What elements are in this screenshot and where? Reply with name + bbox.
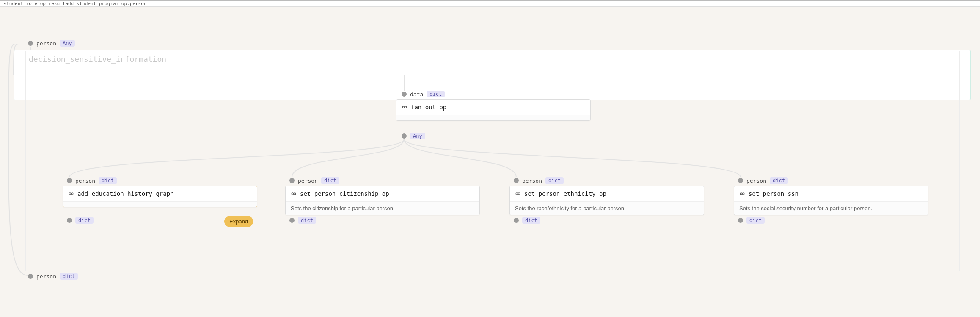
node-body: Sets the social security number for a pa… [734, 202, 928, 215]
input-port-person[interactable]: person dict [514, 177, 564, 184]
node-title: add_education_history_graph [77, 190, 174, 197]
node-set-person-ssn[interactable]: set_person_ssn Sets the social security … [734, 186, 928, 215]
type-chip-dict: dict [298, 217, 316, 224]
svg-point-4 [71, 193, 73, 195]
port-label: person [75, 178, 95, 184]
svg-point-3 [69, 193, 71, 195]
port-label: person [522, 178, 542, 184]
port-dot-icon [402, 133, 407, 139]
node-title: fan_out_op [411, 104, 446, 111]
output-port-dict[interactable]: dict [67, 217, 94, 224]
output-port-dict[interactable]: dict [289, 217, 316, 224]
input-port-person[interactable]: person Any [28, 40, 75, 47]
port-label: person [298, 178, 318, 184]
node-set-person-ethnicity-op[interactable]: set_person_ethnicity_op Sets the race/et… [509, 186, 704, 215]
node-body [396, 115, 590, 120]
svg-point-0 [402, 106, 404, 108]
output-port-dict[interactable]: dict [738, 217, 765, 224]
input-port-data[interactable]: data dict [402, 91, 445, 97]
type-chip-dict: dict [427, 91, 445, 97]
type-chip-dict: dict [746, 217, 765, 224]
port-label: person [36, 273, 56, 280]
port-label: data [410, 91, 423, 97]
type-chip-any: Any [60, 40, 75, 47]
port-dot-icon [738, 218, 743, 223]
svg-point-6 [292, 193, 293, 195]
node-title: set_person_ethnicity_op [524, 190, 606, 197]
type-chip-dict: dict [770, 177, 788, 184]
port-label: person [746, 178, 766, 184]
breadcrumb-text: _student_role_op:resultadd_student_progr… [1, 1, 146, 6]
graph-op-icon [291, 191, 297, 197]
port-dot-icon [514, 178, 519, 183]
expand-button[interactable]: Expand [224, 216, 253, 227]
node-header: fan_out_op [396, 100, 590, 115]
svg-point-1 [405, 106, 406, 108]
port-dot-icon [738, 178, 743, 183]
group-box-inner [25, 51, 960, 271]
svg-point-7 [294, 193, 295, 195]
output-port-any[interactable]: Any [402, 133, 425, 139]
svg-point-12 [740, 193, 742, 195]
port-dot-icon [402, 92, 407, 97]
node-body: Sets the citizenship for a particular pe… [286, 202, 479, 215]
node-set-person-citizenship-op[interactable]: set_person_citizenship_op Sets the citiz… [285, 186, 480, 215]
type-chip-any: Any [410, 133, 425, 139]
output-port-person[interactable]: person dict [28, 273, 78, 280]
node-fan-out-op[interactable]: fan_out_op [396, 99, 591, 121]
type-chip-dict: dict [99, 177, 117, 184]
node-add-education-history-graph[interactable]: add_education_history_graph [63, 186, 257, 207]
input-port-person[interactable]: person dict [67, 177, 117, 184]
port-dot-icon [28, 41, 33, 46]
svg-point-13 [742, 193, 744, 195]
node-body [63, 202, 257, 207]
port-dot-icon [67, 178, 72, 183]
node-header: set_person_ssn [734, 186, 928, 202]
node-title: set_person_ssn [749, 190, 798, 197]
graph-op-icon [68, 191, 74, 197]
port-dot-icon [514, 218, 519, 223]
type-chip-dict: dict [75, 217, 94, 224]
input-port-person[interactable]: person dict [289, 177, 339, 184]
type-chip-dict: dict [545, 177, 564, 184]
type-chip-dict: dict [522, 217, 540, 224]
svg-point-9 [516, 193, 518, 195]
graph-op-icon [515, 191, 521, 197]
graph-op-icon [402, 104, 407, 110]
port-dot-icon [289, 178, 295, 183]
node-body: Sets the race/ethnicity for a particular… [510, 202, 704, 215]
output-port-dict[interactable]: dict [514, 217, 540, 224]
type-chip-dict: dict [60, 273, 78, 280]
graph-canvas[interactable]: person Any decision_sensitive_informatio… [0, 7, 980, 317]
port-label: person [36, 40, 56, 47]
port-dot-icon [289, 218, 295, 223]
type-chip-dict: dict [321, 177, 339, 184]
port-dot-icon [67, 218, 72, 223]
graph-op-icon [739, 191, 745, 197]
node-header: set_person_ethnicity_op [510, 186, 704, 202]
input-port-person[interactable]: person dict [738, 177, 788, 184]
port-dot-icon [28, 274, 33, 279]
breadcrumb[interactable]: _student_role_op:resultadd_student_progr… [0, 0, 980, 7]
svg-point-10 [518, 193, 520, 195]
node-title: set_person_citizenship_op [300, 190, 389, 197]
node-header: add_education_history_graph [63, 186, 257, 202]
node-header: set_person_citizenship_op [286, 186, 479, 202]
